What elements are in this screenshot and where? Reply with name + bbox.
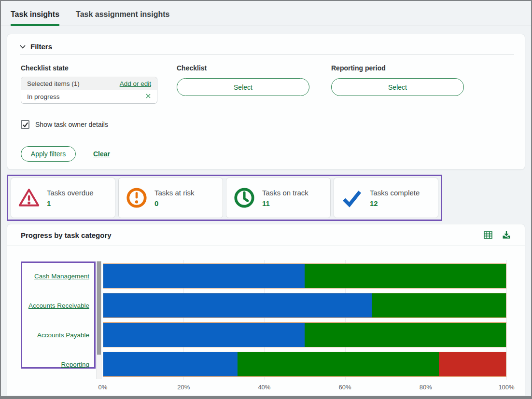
bar-row-cash-management	[103, 263, 506, 289]
checklist-label: Checklist	[177, 64, 207, 72]
bar-segment-tasks-on-track[interactable]	[238, 352, 439, 376]
category-label-row: Accounts Payable	[22, 322, 91, 347]
bar-segment-tasks-complete[interactable]	[103, 323, 305, 347]
download-icon[interactable]	[502, 230, 511, 240]
clock-icon	[233, 187, 255, 209]
selected-items-count: Selected items (1)	[27, 80, 80, 87]
percent-axis: 0%20%40%60%80%100%	[103, 384, 506, 391]
x-tick-label: 60%	[339, 384, 351, 391]
tab-label: Task insights	[11, 10, 59, 19]
x-tick-label: 20%	[177, 384, 190, 391]
chevron-down-icon[interactable]	[20, 42, 26, 51]
bar-segment-tasks-complete[interactable]	[103, 293, 372, 317]
chart-scrollbar-thumb[interactable]	[97, 261, 101, 355]
checklist-state-selected-box: Selected items (1) Add or edit In progre…	[21, 77, 157, 104]
bar-segment-tasks-on-track[interactable]	[372, 293, 506, 317]
bar-rows	[103, 260, 506, 380]
bar-segment-tasks-complete[interactable]	[103, 352, 238, 376]
category-label-row: Accounts Receivable	[22, 293, 91, 318]
bar-row-accounts-payable	[103, 322, 506, 347]
tab-bar: Task insights Task assignment insights	[1, 1, 531, 26]
reporting-period-label: Reporting period	[331, 64, 386, 72]
add-or-edit-link[interactable]: Add or edit	[120, 80, 151, 87]
filters-title: Filters	[30, 42, 52, 51]
checkmark-icon	[341, 187, 363, 209]
selected-filter-value: In progress	[27, 93, 60, 100]
x-tick-label: 0%	[98, 384, 108, 391]
table-view-icon[interactable]	[483, 230, 493, 240]
category-axis: Cash ManagementAccounts ReceivableAccoun…	[22, 261, 91, 377]
tasks-complete-card: Tasks complete 12	[334, 178, 438, 218]
clear-filters-link[interactable]: Clear	[93, 150, 110, 158]
category-label-row: Reporting	[22, 352, 91, 377]
show-task-owner-details-checkbox[interactable]	[21, 120, 29, 129]
bar-segment-tasks-complete[interactable]	[103, 264, 305, 288]
progress-chart-panel: Progress by task category Cash Managemen…	[7, 224, 525, 396]
summary-card-label: Tasks on track	[262, 189, 308, 197]
category-link-cash-management[interactable]: Cash Management	[34, 273, 89, 280]
tasks-at-risk-card: Tasks at risk 0	[118, 178, 223, 218]
category-link-accounts-receivable[interactable]: Accounts Receivable	[28, 302, 89, 309]
bar-segment-tasks-overdue[interactable]	[439, 352, 506, 376]
category-link-reporting[interactable]: Reporting	[61, 361, 89, 368]
summary-card-value: 1	[47, 199, 94, 207]
x-tick-label: 80%	[420, 384, 432, 391]
divider	[20, 54, 514, 55]
tab-task-insights[interactable]: Task insights	[11, 1, 59, 26]
summary-card-label: Tasks at risk	[154, 189, 195, 197]
tasks-on-track-card: Tasks on track 11	[226, 178, 331, 218]
bar-row-accounts-receivable	[103, 293, 506, 318]
divider	[7, 246, 525, 246]
gridline	[506, 260, 507, 380]
tab-task-assignment-insights[interactable]: Task assignment insights	[76, 1, 169, 26]
checklist-select-button[interactable]: Select	[177, 78, 309, 96]
reporting-period-select-button[interactable]: Select	[331, 78, 464, 96]
bar-segment-tasks-on-track[interactable]	[305, 323, 506, 347]
summary-card-value: 11	[262, 199, 308, 207]
bar-row-reporting	[103, 352, 506, 377]
show-task-owner-details-label: Show task owner details	[35, 121, 108, 128]
x-tick-label: 40%	[258, 384, 270, 391]
tasks-overdue-card: Tasks overdue 1	[11, 178, 115, 218]
category-link-accounts-payable[interactable]: Accounts Payable	[37, 331, 89, 339]
bar-segment-tasks-on-track[interactable]	[305, 264, 506, 288]
checklist-state-label: Checklist state	[21, 64, 69, 72]
category-label-row: Cash Management	[22, 263, 91, 289]
filters-panel: Filters Checklist state Selected items (…	[7, 34, 525, 170]
summary-card-value: 12	[370, 199, 420, 207]
stacked-bar-chart	[103, 260, 506, 380]
tab-label: Task assignment insights	[76, 10, 169, 19]
summary-cards-highlight-box: Tasks overdue 1 Tasks at risk 0 Tasks on…	[7, 175, 442, 221]
remove-filter-icon[interactable]	[145, 93, 151, 100]
summary-card-label: Tasks overdue	[47, 189, 94, 197]
task-insights-page: Task insights Task assignment insights F…	[0, 0, 532, 399]
chart-scrollbar-track[interactable]	[97, 261, 101, 379]
warning-triangle-icon	[18, 187, 40, 209]
summary-card-value: 0	[154, 199, 195, 207]
chart-title: Progress by task category	[21, 231, 112, 239]
x-tick-label: 100%	[498, 384, 514, 391]
exclamation-circle-icon	[126, 187, 148, 209]
summary-card-label: Tasks complete	[370, 189, 420, 197]
apply-filters-button[interactable]: Apply filters	[21, 146, 76, 162]
